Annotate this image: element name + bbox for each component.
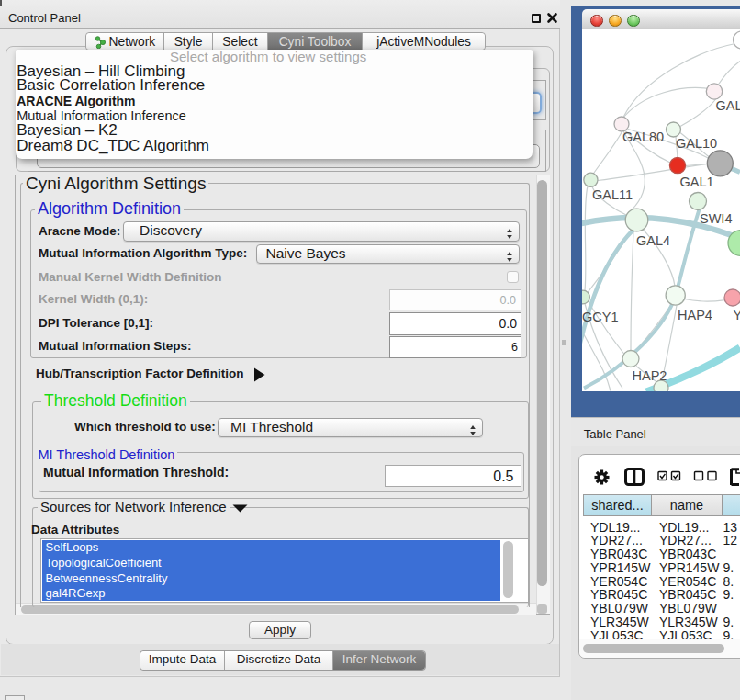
svg-text:GCY1: GCY1 [582, 309, 619, 323]
svg-text:YB: YB [734, 308, 740, 322]
svg-text:GAL11: GAL11 [592, 187, 633, 202]
svg-text:SWI4: SWI4 [700, 211, 732, 226]
svg-text:HAP4: HAP4 [678, 308, 712, 322]
svg-text:GAL80: GAL80 [622, 130, 664, 144]
svg-text:GAL7: GAL7 [716, 98, 740, 113]
svg-text:HAP2: HAP2 [633, 367, 667, 382]
svg-text:GAL4: GAL4 [636, 232, 670, 247]
svg-text:GAL1: GAL1 [680, 174, 714, 188]
svg-text:GAL10: GAL10 [676, 136, 717, 151]
